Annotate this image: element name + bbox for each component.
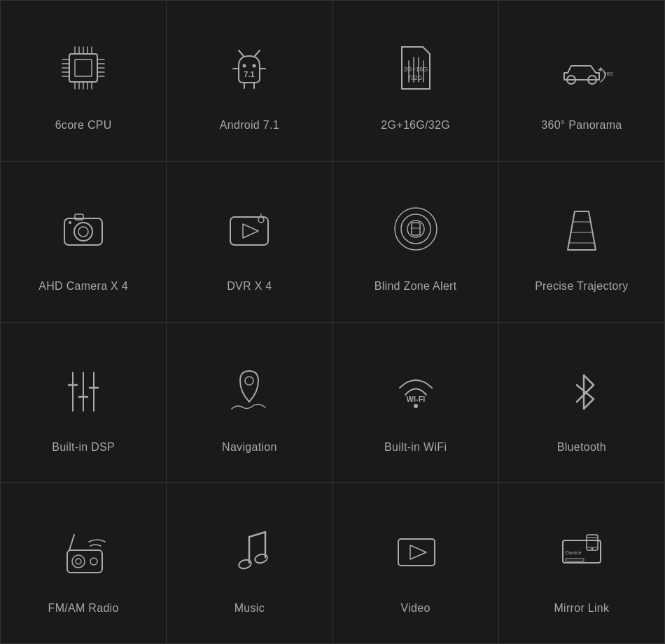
svg-point-75	[238, 559, 252, 570]
trajectory-icon	[550, 190, 613, 267]
svg-text:/32G: /32G	[409, 74, 423, 81]
svg-point-64	[245, 377, 253, 385]
cell-label: Music	[234, 602, 265, 615]
svg-text:2G+16G: 2G+16G	[403, 66, 427, 73]
music-icon	[218, 512, 281, 589]
svg-rect-85	[566, 559, 584, 561]
svg-point-70	[90, 558, 97, 565]
feature-grid: 6core CPU 7.1 Andro	[0, 0, 665, 644]
cell-label: DVR X 4	[227, 280, 272, 293]
cell-dvr: DVR X 4	[167, 162, 332, 323]
svg-text:7.1: 7.1	[244, 70, 255, 78]
svg-marker-78	[410, 545, 426, 559]
panorama-icon: 360°	[550, 29, 613, 106]
cell-label: Video	[401, 602, 430, 615]
svg-line-25	[255, 50, 260, 56]
cell-label: AHD Camera X 4	[38, 280, 128, 293]
bluetooth-icon	[550, 351, 613, 428]
sim-icon: 2G+16G /32G	[384, 29, 447, 106]
cell-navigation: Navigation	[167, 323, 332, 484]
svg-point-69	[76, 559, 81, 564]
svg-point-68	[72, 555, 85, 568]
svg-point-23	[253, 64, 256, 68]
cell-radio: FM/AM Radio	[1, 483, 167, 644]
cell-label: FM/AM Radio	[48, 602, 119, 615]
cell-label: Bluetooth	[557, 441, 606, 454]
radio-icon	[52, 512, 115, 589]
cell-panorama: 360° 360° Panorama	[499, 1, 665, 162]
cell-blind-zone: Blind Zone Alert	[333, 162, 499, 323]
cell-label: Precise Trajectory	[535, 280, 628, 293]
camera-icon	[52, 190, 115, 267]
svg-point-51	[401, 214, 430, 244]
svg-point-42	[74, 223, 92, 241]
svg-text:WI-FI: WI-FI	[406, 395, 425, 403]
blindzone-icon	[384, 190, 447, 267]
cell-mirror-link: Ownice Mirror Link	[499, 483, 665, 644]
svg-point-66	[414, 404, 418, 408]
svg-point-76	[254, 553, 268, 564]
svg-rect-53	[412, 223, 420, 235]
svg-marker-47	[243, 224, 258, 238]
svg-line-24	[239, 50, 244, 56]
cell-label: Mirror Link	[554, 602, 609, 615]
cell-label: 360° Panorama	[541, 119, 622, 132]
cell-label: Android 7.1	[220, 119, 279, 132]
cell-label: Built-in DSP	[52, 441, 115, 454]
svg-rect-1	[75, 59, 92, 76]
cell-label: 2G+16G/32G	[381, 119, 450, 132]
android-icon: 7.1	[218, 29, 281, 106]
cell-android: 7.1 Android 7.1	[167, 1, 332, 162]
cell-ahd-camera: AHD Camera X 4	[1, 162, 167, 323]
svg-point-22	[243, 64, 246, 68]
cell-sim: 2G+16G /32G 2G+16G/32G	[333, 1, 499, 162]
svg-point-83	[591, 547, 593, 550]
cell-label: 6core CPU	[55, 119, 112, 132]
svg-line-73	[249, 532, 265, 537]
cell-dsp: Built-in DSP	[1, 323, 167, 484]
svg-rect-46	[230, 217, 268, 245]
dsp-icon	[52, 351, 115, 428]
cell-6core-cpu: 6core CPU	[1, 1, 167, 162]
svg-text:Ownice: Ownice	[565, 550, 581, 555]
svg-rect-0	[69, 54, 97, 82]
svg-point-45	[69, 221, 71, 224]
cell-wifi: WI-FI Built-in WiFi	[333, 323, 499, 484]
wifi-icon: WI-FI	[384, 351, 447, 428]
cell-video: Video	[333, 483, 499, 644]
cell-music: Music	[167, 483, 332, 644]
mirrorlink-icon: Ownice	[550, 512, 613, 589]
cell-trajectory: Precise Trajectory	[499, 162, 665, 323]
dvr-icon	[218, 190, 281, 267]
cpu-icon	[52, 29, 115, 106]
svg-rect-77	[398, 539, 435, 566]
svg-point-43	[78, 227, 88, 237]
svg-line-71	[69, 535, 74, 550]
svg-point-48	[258, 217, 264, 223]
cell-label: Built-in WiFi	[384, 441, 447, 454]
svg-text:360°: 360°	[603, 71, 613, 77]
cell-label: Blind Zone Alert	[374, 280, 457, 293]
cell-bluetooth: Bluetooth	[499, 323, 665, 484]
video-icon	[384, 512, 447, 589]
cell-label: Navigation	[222, 441, 277, 454]
navigation-icon	[218, 351, 281, 428]
